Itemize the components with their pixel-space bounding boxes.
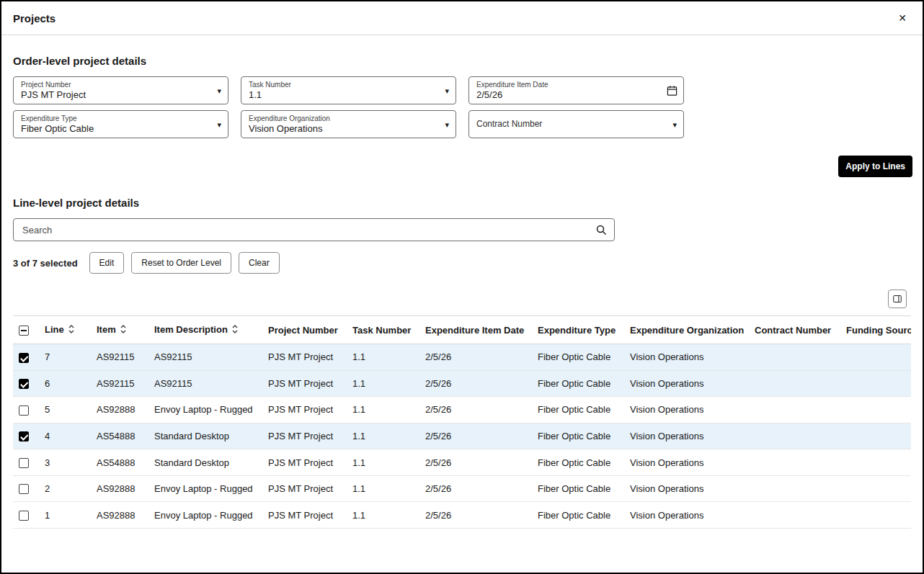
cell-funding-source [840, 344, 911, 371]
row-checkbox[interactable] [19, 431, 29, 441]
cell-line: 6 [39, 370, 91, 397]
cell-task-number: 1.1 [347, 423, 419, 449]
search-input[interactable] [21, 224, 595, 236]
select-all-checkbox[interactable] [19, 326, 29, 336]
field-label: Project Number [21, 81, 209, 89]
row-checkbox-cell [13, 475, 39, 502]
order-level-section: Order-level project details Project Numb… [1, 55, 923, 138]
selection-summary: 3 of 7 selected [13, 258, 78, 269]
sort-icon[interactable] [68, 325, 74, 336]
reset-to-order-level-button[interactable]: Reset to Order Level [131, 252, 231, 274]
row-checkbox[interactable] [19, 379, 29, 389]
row-checkbox[interactable] [19, 484, 29, 494]
sort-icon[interactable] [120, 325, 126, 336]
lines-table-wrap: Line Item Item Description Project Numbe… [1, 315, 923, 529]
panel-header: Projects ✕ [1, 1, 923, 35]
cell-project-number: PJS MT Project [262, 449, 347, 476]
cell-line: 1 [39, 502, 91, 529]
project-number-field[interactable]: Project Number PJS MT Project ▾ [13, 76, 228, 104]
expenditure-type-field[interactable]: Expenditure Type Fiber Optic Cable ▾ [13, 110, 228, 138]
contract-number-field[interactable]: Contract Number ▾ [468, 110, 684, 138]
col-header-expenditure-item-date: Expenditure Item Date [419, 316, 532, 344]
cell-funding-source [840, 397, 911, 423]
cell-line: 4 [39, 423, 91, 449]
cell-expenditure-organization: Vision Operations [624, 370, 749, 397]
cell-task-number: 1.1 [347, 370, 419, 397]
table-row: 4AS54888Standard DesktopPJS MT Project1.… [13, 423, 911, 449]
cell-expenditure-item-date: 2/5/26 [419, 449, 532, 476]
cell-expenditure-type: Fiber Optic Cable [532, 370, 624, 397]
field-value: 1.1 [249, 89, 437, 101]
cell-project-number: PJS MT Project [262, 502, 347, 529]
order-fields: Project Number PJS MT Project ▾ Task Num… [13, 76, 911, 138]
table-row: 7AS92115AS92115PJS MT Project1.12/5/26Fi… [13, 344, 911, 371]
edit-button[interactable]: Edit [89, 252, 125, 274]
row-checkbox-cell [13, 423, 39, 449]
cell-item: AS54888 [91, 449, 148, 476]
row-checkbox-cell [13, 344, 39, 371]
cell-expenditure-organization: Vision Operations [624, 475, 749, 502]
calendar-icon[interactable] [667, 85, 678, 96]
row-checkbox[interactable] [19, 405, 29, 416]
cell-funding-source [840, 423, 911, 449]
chevron-down-icon[interactable]: ▾ [445, 86, 449, 95]
close-icon[interactable]: ✕ [894, 10, 911, 26]
sort-icon[interactable] [232, 325, 238, 336]
task-number-field[interactable]: Task Number 1.1 ▾ [241, 76, 456, 104]
line-section-title: Line-level project details [13, 197, 911, 209]
field-value: 2/5/26 [476, 89, 665, 101]
cell-item-description: Envoy Laptop - Rugged [148, 397, 262, 423]
cell-contract-number [749, 397, 840, 423]
table-tools [1, 290, 923, 308]
table-body: 7AS92115AS92115PJS MT Project1.12/5/26Fi… [13, 344, 911, 529]
col-header-expenditure-organization: Expenditure Organization [624, 316, 749, 344]
cell-line: 7 [39, 344, 91, 371]
table-row: 3AS54888Standard DesktopPJS MT Project1.… [13, 449, 911, 476]
col-header-line[interactable]: Line [39, 316, 91, 344]
search-box[interactable] [13, 218, 615, 241]
cell-task-number: 1.1 [347, 502, 419, 529]
cell-item-description: Envoy Laptop - Rugged [148, 502, 262, 529]
cell-task-number: 1.1 [347, 344, 419, 371]
cell-item-description: Standard Desktop [148, 449, 262, 476]
field-label: Contract Number [476, 119, 665, 129]
line-level-section: Line-level project details 3 of 7 select… [1, 197, 923, 274]
cell-funding-source [840, 370, 911, 397]
cell-expenditure-organization: Vision Operations [624, 397, 749, 423]
cell-task-number: 1.1 [347, 397, 419, 423]
cell-item: AS92115 [91, 344, 148, 371]
cell-project-number: PJS MT Project [262, 344, 347, 371]
chevron-down-icon[interactable]: ▾ [217, 86, 221, 95]
col-header-expenditure-type: Expenditure Type [532, 316, 624, 344]
chevron-down-icon[interactable]: ▾ [445, 120, 449, 129]
row-checkbox[interactable] [19, 511, 29, 521]
cell-item: AS54888 [91, 423, 148, 449]
cell-project-number: PJS MT Project [262, 423, 347, 449]
cell-expenditure-type: Fiber Optic Cable [532, 423, 624, 449]
row-checkbox[interactable] [19, 353, 29, 363]
chevron-down-icon[interactable]: ▾ [672, 120, 677, 129]
cell-contract-number [749, 502, 840, 529]
table-row: 1AS92888Envoy Laptop - RuggedPJS MT Proj… [13, 502, 911, 529]
cell-expenditure-type: Fiber Optic Cable [532, 475, 624, 502]
apply-to-lines-button[interactable]: Apply to Lines [838, 156, 912, 177]
clear-button[interactable]: Clear [239, 252, 280, 274]
col-header-item-description[interactable]: Item Description [148, 316, 262, 344]
cell-funding-source [840, 475, 911, 502]
search-icon[interactable] [595, 224, 607, 236]
cell-expenditure-item-date: 2/5/26 [419, 397, 532, 423]
table-row: 2AS92888Envoy Laptop - RuggedPJS MT Proj… [13, 475, 911, 502]
cell-task-number: 1.1 [347, 475, 419, 502]
cell-expenditure-item-date: 2/5/26 [419, 502, 532, 529]
row-checkbox[interactable] [19, 458, 29, 468]
page-title: Projects [13, 12, 55, 24]
cell-item: AS92888 [91, 475, 148, 502]
expenditure-organization-field[interactable]: Expenditure Organization Vision Operatio… [241, 110, 456, 138]
col-header-item[interactable]: Item [91, 316, 148, 344]
col-header-project-number: Project Number [262, 316, 347, 344]
column-layout-icon[interactable] [888, 290, 907, 308]
expenditure-item-date-field[interactable]: Expenditure Item Date 2/5/26 [468, 76, 684, 104]
projects-panel: Projects ✕ Order-level project details P… [0, 0, 924, 574]
cell-expenditure-item-date: 2/5/26 [419, 344, 532, 371]
chevron-down-icon[interactable]: ▾ [217, 120, 221, 129]
